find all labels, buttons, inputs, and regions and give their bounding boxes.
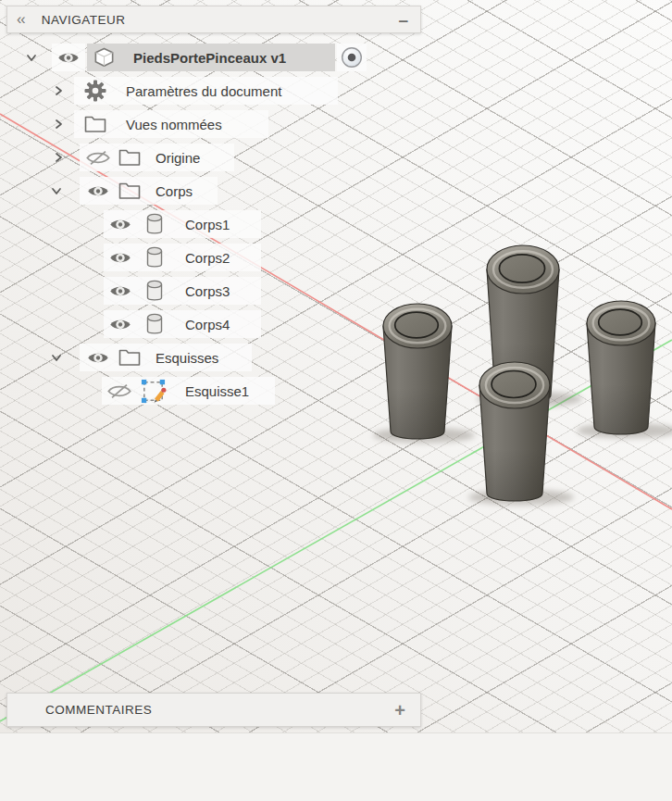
eye-visible-icon[interactable] xyxy=(87,184,109,198)
row-label: Origine xyxy=(156,144,200,171)
fusion-window: ‹‹ NAVIGATEUR – PiedsPortePinceaux v1 xyxy=(0,0,672,801)
navigator-title: NAVIGATEUR xyxy=(42,13,126,27)
chevron-right-icon[interactable] xyxy=(53,119,64,130)
row-label: Corps2 xyxy=(185,244,230,271)
eye-visible-icon[interactable] xyxy=(109,318,131,332)
comments-title: COMMENTAIRES xyxy=(45,703,152,717)
body-cone-right[interactable] xyxy=(577,301,672,439)
tree-row-origin[interactable]: Origine xyxy=(0,144,426,171)
comments-panel-header[interactable]: COMMENTAIRES + xyxy=(6,693,421,727)
row-label: Corps3 xyxy=(185,277,230,305)
sketch-icon xyxy=(140,378,167,405)
chevron-down-icon[interactable] xyxy=(51,185,62,196)
row-label: Corps1 xyxy=(185,210,230,238)
collapse-panel-icon[interactable]: ‹‹ xyxy=(17,12,25,27)
tree-row-document-settings[interactable]: Paramètres du document xyxy=(0,77,426,105)
component-name: PiedsPortePinceaux v1 xyxy=(133,44,286,71)
row-label: Esquisse1 xyxy=(185,377,249,405)
eye-hidden-icon[interactable] xyxy=(85,150,111,166)
body-cylinder-icon xyxy=(145,312,164,336)
origin-axes xyxy=(0,114,672,721)
minimize-panel-icon[interactable]: – xyxy=(398,11,408,29)
body-cylinder-icon xyxy=(145,212,164,236)
component-icon xyxy=(93,46,116,69)
folder-icon xyxy=(118,181,141,200)
folder-icon xyxy=(84,115,106,133)
folder-icon xyxy=(118,348,141,367)
tree-row-corps2[interactable]: Corps2 xyxy=(0,244,426,271)
eye-visible-icon[interactable] xyxy=(109,218,131,232)
chevron-right-icon[interactable] xyxy=(53,152,64,163)
body-cone-front[interactable] xyxy=(468,362,574,506)
chevron-down-icon[interactable] xyxy=(26,52,37,63)
tree-row-esquisse1[interactable]: Esquisse1 xyxy=(0,377,426,405)
eye-visible-icon[interactable] xyxy=(109,251,131,265)
tree-row-bodies-folder[interactable]: Corps xyxy=(0,177,426,205)
eye-hidden-icon[interactable] xyxy=(106,383,132,399)
gear-icon xyxy=(83,79,107,103)
tree-row-corps1[interactable]: Corps1 xyxy=(0,210,426,238)
activate-component-radio[interactable] xyxy=(340,45,364,69)
eye-visible-icon[interactable] xyxy=(57,51,80,65)
add-comment-button[interactable]: + xyxy=(394,701,405,720)
eye-visible-icon[interactable] xyxy=(87,351,109,365)
timeline-bar xyxy=(0,732,672,801)
eye-visible-icon[interactable] xyxy=(109,284,131,298)
folder-icon xyxy=(118,148,141,167)
row-label: Esquisses xyxy=(156,344,218,371)
tree-row-corps3[interactable]: Corps3 xyxy=(0,277,426,305)
row-label: Corps xyxy=(156,177,193,205)
row-label: Corps4 xyxy=(185,310,230,338)
row-label: Paramètres du document xyxy=(126,77,281,105)
tree-row-named-views[interactable]: Vues nommées xyxy=(0,110,426,138)
tree-row-root-component[interactable]: PiedsPortePinceaux v1 xyxy=(0,44,426,71)
tree-row-corps4[interactable]: Corps4 xyxy=(0,310,426,338)
navigator-header[interactable]: ‹‹ NAVIGATEUR – xyxy=(6,6,421,33)
row-label: Vues nommées xyxy=(126,110,222,138)
chevron-down-icon[interactable] xyxy=(51,352,62,363)
chevron-right-icon[interactable] xyxy=(53,85,64,96)
tree-row-sketches-folder[interactable]: Esquisses xyxy=(0,344,426,371)
body-cylinder-icon xyxy=(145,279,164,303)
body-cylinder-icon xyxy=(145,245,164,269)
